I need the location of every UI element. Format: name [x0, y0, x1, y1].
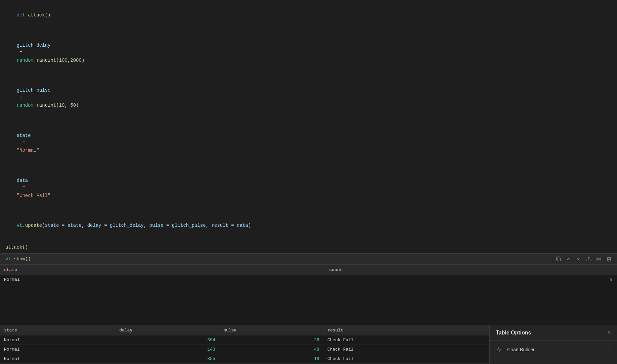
copy-icon[interactable] — [556, 256, 561, 262]
scroll-down-icon[interactable] — [576, 256, 581, 262]
pulse-cell: 26 — [219, 335, 323, 345]
table-row[interactable]: Normal14348Check Fail — [0, 345, 489, 354]
panel-item-label-0: Chart Builder — [507, 347, 535, 352]
vt-show-header: vt.show() — [0, 254, 617, 265]
pulse-cell: 48 — [219, 345, 323, 354]
col-pulse[interactable]: pulse — [219, 325, 323, 335]
summary-table-row: Normal9 — [0, 275, 617, 284]
panel-items-container: Chart Builder›Organize Columns›Condition… — [490, 341, 617, 364]
export-icon[interactable] — [586, 256, 591, 262]
summary-col-count[interactable]: count — [325, 265, 617, 275]
vt-show-label: vt.show() — [5, 256, 31, 262]
panel-header: Table Options × — [490, 325, 617, 341]
result-cell: Check Fail — [323, 335, 489, 345]
delay-cell: 394 — [115, 335, 219, 345]
state-cell: Normal — [0, 335, 115, 345]
code-editor: def attack(): glitch_delay = random.rand… — [0, 0, 617, 241]
result-cell: Check Fail — [323, 354, 489, 364]
table-options-panel: Table Options × Chart Builder›Organize C… — [489, 325, 617, 364]
chart-icon — [496, 347, 502, 352]
state-cell: Normal — [0, 354, 115, 364]
code-line-5: data = "Check Fail" — [5, 162, 612, 207]
delay-cell: 143 — [115, 345, 219, 354]
panel-item-organize-columns[interactable]: Organize Columns› — [490, 358, 617, 364]
col-delay[interactable]: delay — [115, 325, 219, 335]
summary-table-header-row: state count — [0, 265, 617, 275]
panel-item-chart-builder[interactable]: Chart Builder› — [490, 341, 617, 358]
data-table-container[interactable]: state delay pulse result Normal39426Chec… — [0, 325, 489, 364]
chevron-right-icon: › — [609, 346, 611, 353]
code-line-6: vt.update(state = state, delay = glitch_… — [5, 207, 612, 237]
table-row[interactable]: Normal39426Check Fail — [0, 335, 489, 345]
state-cell: Normal — [0, 345, 115, 354]
data-table-header-row: state delay pulse result — [0, 325, 489, 335]
summary-count-cell: 9 — [325, 275, 617, 284]
result-cell: Check Fail — [323, 345, 489, 354]
code-line-4: state = "Normal" — [5, 117, 612, 162]
code-line-3: glitch_pulse = random.randint(10, 50) — [5, 72, 612, 117]
summary-table: state count Normal9 — [0, 265, 617, 284]
col-result[interactable]: result — [323, 325, 489, 335]
summary-table-container: state count Normal9 — [0, 265, 617, 325]
svg-rect-0 — [558, 258, 561, 261]
toolbar-icons — [556, 256, 612, 262]
pulse-cell: 18 — [219, 354, 323, 364]
panel-close-button[interactable]: × — [607, 330, 611, 336]
code-line-1: def attack(): — [5, 4, 612, 27]
scroll-up-icon[interactable] — [566, 256, 571, 262]
layout-icon[interactable] — [596, 256, 602, 262]
attack-call-section: attack() — [0, 241, 617, 254]
delete-icon[interactable] — [606, 256, 612, 262]
panel-title: Table Options — [496, 330, 531, 336]
col-state[interactable]: state — [0, 325, 115, 335]
table-row[interactable]: Normal35518Check Fail — [0, 354, 489, 364]
main-area: state delay pulse result Normal39426Chec… — [0, 325, 617, 364]
summary-col-state[interactable]: state — [0, 265, 325, 275]
attack-call: attack() — [5, 245, 28, 250]
delay-cell: 355 — [115, 354, 219, 364]
summary-state-cell: Normal — [0, 275, 325, 284]
code-line-2: glitch_delay = random.randint(100,2000) — [5, 27, 612, 71]
data-table: state delay pulse result Normal39426Chec… — [0, 325, 489, 364]
